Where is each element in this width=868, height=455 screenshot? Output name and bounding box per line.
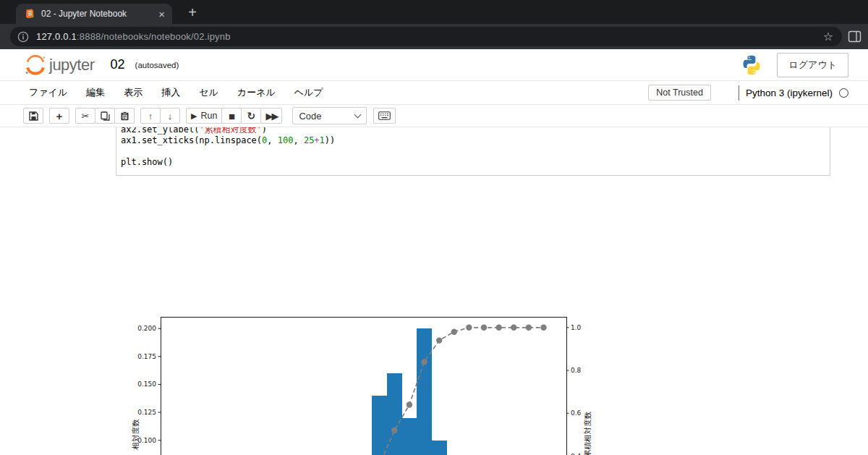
- y-axis-left-label: 相対度数: [131, 419, 140, 451]
- url-host: 127.0.0.1: [36, 31, 77, 42]
- svg-text:0.150: 0.150: [137, 380, 156, 388]
- jupyter-wordmark[interactable]: jupyter: [49, 56, 95, 75]
- trust-status-button[interactable]: Not Trusted: [648, 85, 711, 101]
- save-button[interactable]: [23, 108, 43, 124]
- floppy-disk-icon: [29, 111, 38, 121]
- svg-text:0.4: 0.4: [571, 453, 582, 455]
- browser-tab[interactable]: 02 - Jupyter Notebook ×: [16, 4, 172, 24]
- scissors-icon: ✂: [82, 111, 90, 121]
- keyboard-icon: [378, 111, 391, 120]
- code-editor[interactable]: ax2.set_ylabel('累積相対度数')ax1.set_xticks(n…: [121, 127, 830, 168]
- interrupt-kernel-button[interactable]: ■: [221, 108, 242, 124]
- python-logo: [741, 54, 762, 76]
- svg-text:0.6: 0.6: [571, 409, 582, 417]
- cut-cell-button[interactable]: ✂: [75, 108, 95, 124]
- kernel-separator: [739, 85, 739, 101]
- browser-tab-bar: 02 - Jupyter Notebook × +: [0, 0, 868, 24]
- notebook-body: ax2.set_ylabel('累積相対度数')ax1.set_xticks(n…: [0, 127, 868, 455]
- code-line: ax1.set_xticks(np.linspace(0, 100, 25+1)…: [121, 135, 830, 146]
- new-tab-button[interactable]: +: [182, 2, 203, 22]
- code-line: plt.show(): [121, 157, 830, 168]
- url-path: :8888/notebooks/notebook/02.ipynb: [77, 31, 231, 42]
- notebook-title[interactable]: 02: [111, 57, 125, 72]
- checkpoint-status: (autosaved): [135, 61, 179, 69]
- svg-text:0.125: 0.125: [137, 409, 156, 416]
- run-label: Run: [200, 111, 217, 121]
- arrow-down-icon: ↓: [168, 111, 173, 121]
- cell-output: 0481216202428323640444852566064687276808…: [130, 310, 608, 455]
- menu-items: ファイル編集表示挿入セルカーネルヘルプ: [20, 86, 333, 99]
- command-palette-button[interactable]: [373, 108, 396, 124]
- restart-kernel-button[interactable]: ↻: [241, 108, 261, 124]
- copy-icon: [101, 111, 110, 121]
- move-cell-down-button[interactable]: ↓: [160, 108, 180, 124]
- plot-spines: [161, 317, 566, 455]
- histogram-bars: [312, 328, 477, 455]
- cumulative-markers: [182, 325, 546, 455]
- jupyter-logo[interactable]: [25, 55, 46, 75]
- add-cell-button[interactable]: +: [49, 108, 69, 124]
- code-line: ax2.set_ylabel('累積相対度数'): [121, 127, 830, 135]
- arrow-up-icon: ↑: [148, 111, 153, 121]
- restart-icon: ↻: [247, 111, 256, 121]
- y-axis-right-label: 累積相対度数: [583, 412, 592, 455]
- notebook-toolbar: + ✂ ↑ ↓ ▶Run: [0, 105, 868, 127]
- svg-text:0.100: 0.100: [137, 437, 156, 444]
- cell-type-value: Code: [299, 111, 355, 122]
- clipboard-icon: [120, 111, 129, 121]
- jupyter-favicon: [25, 9, 35, 19]
- kernel-idle-icon: [839, 88, 848, 98]
- menu-item-1[interactable]: 編集: [77, 86, 114, 99]
- notebook-header: jupyter 02 (autosaved) ログアウト: [0, 49, 868, 81]
- side-panel-icon[interactable]: [847, 29, 862, 44]
- menu-item-2[interactable]: 表示: [114, 86, 152, 99]
- copy-cell-button[interactable]: [95, 108, 115, 124]
- y-axis-left: 0.0000.0250.0500.0750.1000.1250.1500.175…: [137, 325, 161, 455]
- cell-type-select[interactable]: Code: [292, 107, 367, 124]
- paste-cell-button[interactable]: [114, 108, 135, 124]
- address-bar[interactable]: 127.0.0.1:8888/notebooks/notebook/02.ipy…: [10, 27, 842, 46]
- menu-item-3[interactable]: 挿入: [152, 86, 190, 99]
- move-cell-up-button[interactable]: ↑: [140, 108, 161, 124]
- browser-toolbar: 127.0.0.1:8888/notebooks/notebook/02.ipy…: [0, 24, 868, 49]
- menu-item-4[interactable]: セル: [190, 86, 228, 99]
- svg-text:1.0: 1.0: [571, 324, 582, 331]
- svg-text:0.200: 0.200: [137, 325, 156, 332]
- site-info-icon[interactable]: [17, 31, 29, 43]
- run-cell-button[interactable]: ▶Run: [186, 108, 222, 124]
- logout-button[interactable]: ログアウト: [777, 53, 848, 77]
- output-chart: 0481216202428323640444852566064687276808…: [130, 310, 608, 455]
- url-text: 127.0.0.1:8888/notebooks/notebook/02.ipy…: [36, 31, 823, 42]
- restart-run-all-button[interactable]: ▶▶: [260, 108, 282, 124]
- svg-text:0.175: 0.175: [137, 353, 156, 360]
- menu-item-0[interactable]: ファイル: [20, 86, 77, 99]
- close-tab-icon[interactable]: ×: [158, 9, 165, 20]
- kernel-name: Python 3 (ipykernel): [746, 88, 833, 98]
- chevron-down-icon: [354, 111, 362, 119]
- menu-bar: ファイル編集表示挿入セルカーネルヘルプ Not Trusted Python 3…: [0, 81, 868, 105]
- y-axis-right: 0.00.20.40.60.81.0: [566, 324, 582, 455]
- plus-icon: +: [56, 111, 63, 121]
- stop-icon: ■: [229, 111, 235, 121]
- cumulative-line: [186, 328, 544, 455]
- play-icon: ▶: [191, 111, 197, 121]
- bookmark-star-icon[interactable]: ☆: [823, 30, 833, 43]
- menu-item-6[interactable]: ヘルプ: [285, 86, 333, 99]
- menu-item-5[interactable]: カーネル: [228, 86, 285, 99]
- tab-title: 02 - Jupyter Notebook: [41, 9, 158, 19]
- code-line: [121, 146, 830, 157]
- browser-window: 02 - Jupyter Notebook × + 127.0.0.1:8888…: [0, 0, 868, 455]
- svg-text:0.8: 0.8: [571, 367, 582, 374]
- code-cell[interactable]: ax2.set_ylabel('累積相対度数')ax1.set_xticks(n…: [116, 127, 830, 176]
- fast-forward-icon: ▶▶: [265, 111, 277, 121]
